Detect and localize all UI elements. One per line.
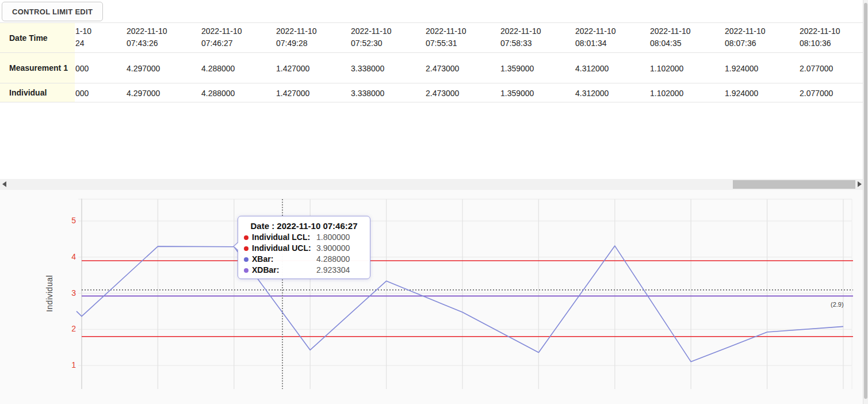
tooltip-series-label: Individual UCL: xyxy=(252,243,316,254)
control-limit-edit-button[interactable]: CONTROL LIMIT EDIT xyxy=(2,2,103,21)
y-tick-label: 1 xyxy=(62,360,76,369)
cell-individual: 3.338000 xyxy=(351,83,384,102)
table-column-clipped: 1-1024 000 000 xyxy=(75,23,125,102)
tooltip-row: XDBar:2.923304 xyxy=(238,265,370,276)
row-label-measurement-1: Measurement 1 xyxy=(0,53,75,83)
cell-datetime: 2022-11-1007:52:30 xyxy=(351,25,392,49)
table-column: 2022-11-1007:43:264.2970004.297000 xyxy=(125,23,200,102)
table-column: 2022-11-1007:58:331.3590001.359000 xyxy=(499,23,574,102)
cell-measurement: 2.077000 xyxy=(800,53,833,83)
cell-datetime: 2022-11-1008:04:35 xyxy=(650,25,691,49)
cell-individual: 1.102000 xyxy=(650,83,683,102)
cell-measurement: 1.924000 xyxy=(725,53,758,83)
spc-control-chart-page: CONTROL LIMIT EDIT 1-1024 000 000 2022-1… xyxy=(0,0,868,404)
cell-individual: 000 xyxy=(75,83,89,102)
horizontal-scrollbar-thumb[interactable] xyxy=(733,180,855,189)
cell-datetime: 2022-11-1008:01:34 xyxy=(575,25,616,49)
cell-datetime: 2022-11-1007:43:26 xyxy=(127,25,167,49)
y-tick-label: 5 xyxy=(62,216,76,225)
cell-measurement: 4.312000 xyxy=(575,53,609,83)
cell-datetime: 2022-11-1008:07:36 xyxy=(725,25,766,49)
tooltip-series-label: Individual LCL: xyxy=(252,232,316,243)
cell-measurement: 4.297000 xyxy=(127,53,160,83)
row-label-individual: Individual xyxy=(0,83,75,102)
tooltip-title: Date : 2022-11-10 07:46:27 xyxy=(243,221,365,231)
toolbar: CONTROL LIMIT EDIT xyxy=(0,0,863,23)
tooltip-row: Individual UCL:3.900000 xyxy=(238,243,370,254)
cell-measurement: 3.338000 xyxy=(351,53,384,83)
table-column: 2022-11-1008:07:361.9240001.924000 xyxy=(724,23,798,102)
tooltip-series-label: XBar: xyxy=(252,254,316,265)
table-data-columns: 1-1024 000 000 2022-11-1007:43:264.29700… xyxy=(0,23,863,102)
xbar-series-line xyxy=(77,246,843,361)
table-column: 2022-11-1008:10:362.0770002.077000 xyxy=(798,23,863,102)
cell-measurement: 1.102000 xyxy=(650,53,683,83)
horizontal-scrollbar[interactable] xyxy=(0,179,863,190)
tooltip-series-value: 3.900000 xyxy=(316,243,350,254)
y-tick-label: 3 xyxy=(62,288,76,298)
cell-individual: 4.297000 xyxy=(127,83,160,102)
y-tick-label: 2 xyxy=(62,324,76,333)
cell-individual: 1.427000 xyxy=(276,83,309,102)
scroll-left-icon[interactable] xyxy=(2,181,6,187)
individual-control-chart[interactable] xyxy=(0,190,868,404)
xdbar-value-annotation: (2.9) xyxy=(831,301,844,308)
series-bullet-icon xyxy=(244,235,248,240)
cell-datetime: 1-1024 xyxy=(75,25,91,49)
vertical-scrollbar[interactable] xyxy=(863,0,868,404)
cell-datetime: 2022-11-1008:10:36 xyxy=(800,25,840,49)
cell-individual: 4.288000 xyxy=(201,83,235,102)
cell-measurement: 000 xyxy=(75,53,89,83)
cell-individual: 1.924000 xyxy=(725,83,758,102)
cell-individual: 4.312000 xyxy=(575,83,609,102)
cell-measurement: 1.359000 xyxy=(500,53,534,83)
vertical-scrollbar-thumb[interactable] xyxy=(864,3,867,399)
y-axis-title: Individual xyxy=(45,275,54,312)
table-column: 2022-11-1007:49:281.4270001.427000 xyxy=(275,23,350,102)
series-bullet-icon xyxy=(244,268,248,273)
tooltip-series-label: XDBar: xyxy=(252,265,316,276)
table-column: 2022-11-1007:52:303.3380003.338000 xyxy=(350,23,425,102)
chart-tooltip: Date : 2022-11-10 07:46:27 Individual LC… xyxy=(238,216,370,279)
cell-datetime: 2022-11-1007:58:33 xyxy=(500,25,541,49)
table-column: 2022-11-1007:46:274.2880004.288000 xyxy=(200,23,275,102)
table-column: 2022-11-1008:04:351.1020001.102000 xyxy=(649,23,724,102)
series-bullet-icon xyxy=(244,257,248,262)
tooltip-row: Individual LCL:1.800000 xyxy=(238,232,370,243)
cell-individual: 2.473000 xyxy=(426,83,459,102)
cell-datetime: 2022-11-1007:55:31 xyxy=(426,25,466,49)
row-label-date-time: Date Time xyxy=(0,23,75,53)
cell-datetime: 2022-11-1007:46:27 xyxy=(201,25,242,49)
series-bullet-icon xyxy=(244,246,248,251)
tooltip-series-value: 2.923304 xyxy=(316,265,350,276)
table-column: 2022-11-1007:55:312.4730002.473000 xyxy=(425,23,499,102)
tooltip-rows: Individual LCL:1.800000Individual UCL:3.… xyxy=(238,232,370,276)
table-column: 2022-11-1008:01:344.3120004.312000 xyxy=(574,23,649,102)
scroll-right-icon[interactable] xyxy=(858,181,862,187)
cell-measurement: 4.288000 xyxy=(201,53,235,83)
cell-datetime: 2022-11-1007:49:28 xyxy=(276,25,317,49)
tooltip-row: XBar:4.288000 xyxy=(238,254,370,265)
tooltip-arrow-icon xyxy=(234,242,239,250)
cell-measurement: 1.427000 xyxy=(276,53,309,83)
cell-individual: 2.077000 xyxy=(800,83,833,102)
tooltip-series-value: 1.800000 xyxy=(316,232,350,243)
tooltip-series-value: 4.288000 xyxy=(316,254,350,265)
cell-individual: 1.359000 xyxy=(500,83,534,102)
cell-measurement: 2.473000 xyxy=(426,53,459,83)
table-sticky-header-column: Date Time Measurement 1 Individual xyxy=(0,23,75,102)
y-tick-label: 4 xyxy=(62,252,76,261)
